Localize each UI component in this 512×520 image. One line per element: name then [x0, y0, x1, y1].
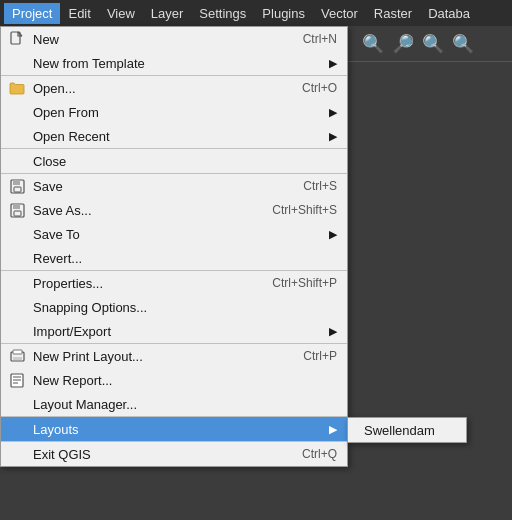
menubar-item-raster[interactable]: Raster	[366, 3, 420, 24]
toolbar-btn-zoom-in[interactable]: 🔍	[359, 30, 387, 58]
save-as-icon	[7, 203, 27, 218]
report-icon	[7, 373, 27, 388]
menu-item-revert[interactable]: Revert...	[1, 246, 347, 270]
arrow-icon-6: ▶	[319, 423, 337, 436]
arrow-icon-5: ▶	[319, 325, 337, 338]
new-file-icon	[7, 31, 27, 47]
menubar-item-layer[interactable]: Layer	[143, 3, 192, 24]
arrow-icon-2: ▶	[319, 106, 337, 119]
arrow-icon: ▶	[319, 57, 337, 70]
svg-rect-5	[13, 204, 20, 209]
toolbar-btn-zoom-out[interactable]: 🔎	[389, 30, 417, 58]
svg-rect-8	[13, 350, 22, 354]
menubar-item-project[interactable]: Project	[4, 3, 60, 24]
menu-item-new-from-template[interactable]: New from Template ▶	[1, 51, 347, 75]
layouts-submenu: Swellendam	[347, 417, 467, 443]
menu-item-save-as[interactable]: Save As... Ctrl+Shift+S	[1, 198, 347, 222]
menu-item-exit[interactable]: Exit QGIS Ctrl+Q	[1, 442, 347, 466]
menubar-item-vector[interactable]: Vector	[313, 3, 366, 24]
menubar-item-edit[interactable]: Edit	[60, 3, 98, 24]
toolbar-btn-zoom-fit[interactable]: 🔍	[419, 30, 447, 58]
project-dropdown: New Ctrl+N New from Template ▶ Open... C…	[0, 26, 348, 467]
menu-item-new-report[interactable]: New Report...	[1, 368, 347, 392]
svg-rect-3	[14, 187, 21, 192]
menu-item-open-recent[interactable]: Open Recent ▶	[1, 124, 347, 148]
save-icon	[7, 179, 27, 194]
submenu-item-swellendam[interactable]: Swellendam	[348, 418, 466, 442]
menu-item-layouts[interactable]: Layouts ▶ Swellendam	[1, 417, 347, 441]
menu-item-save[interactable]: Save Ctrl+S	[1, 174, 347, 198]
menu-item-layout-manager[interactable]: Layout Manager...	[1, 392, 347, 416]
menubar-item-settings[interactable]: Settings	[191, 3, 254, 24]
svg-rect-9	[13, 357, 22, 360]
menu-item-new-print-layout[interactable]: New Print Layout... Ctrl+P	[1, 344, 347, 368]
arrow-icon-3: ▶	[319, 130, 337, 143]
folder-icon	[7, 81, 27, 95]
print-layout-icon	[7, 349, 27, 364]
menu-item-snapping[interactable]: Snapping Options...	[1, 295, 347, 319]
menu-item-open-from[interactable]: Open From ▶	[1, 100, 347, 124]
svg-rect-2	[13, 180, 20, 185]
menu-item-new[interactable]: New Ctrl+N	[1, 27, 347, 51]
menu-item-save-to[interactable]: Save To ▶	[1, 222, 347, 246]
svg-rect-0	[11, 32, 20, 44]
menu-item-open[interactable]: Open... Ctrl+O	[1, 76, 347, 100]
menubar-item-database[interactable]: Databa	[420, 3, 478, 24]
menubar-item-plugins[interactable]: Plugins	[254, 3, 313, 24]
menubar-item-view[interactable]: View	[99, 3, 143, 24]
toolbar-btn-extra[interactable]: 🔍	[449, 30, 477, 58]
arrow-icon-4: ▶	[319, 228, 337, 241]
menubar: Project Edit View Layer Settings Plugins…	[0, 0, 512, 26]
menu-item-close[interactable]: Close	[1, 149, 347, 173]
svg-rect-6	[14, 211, 21, 216]
menu-item-properties[interactable]: Properties... Ctrl+Shift+P	[1, 271, 347, 295]
menu-item-import-export[interactable]: Import/Export ▶	[1, 319, 347, 343]
